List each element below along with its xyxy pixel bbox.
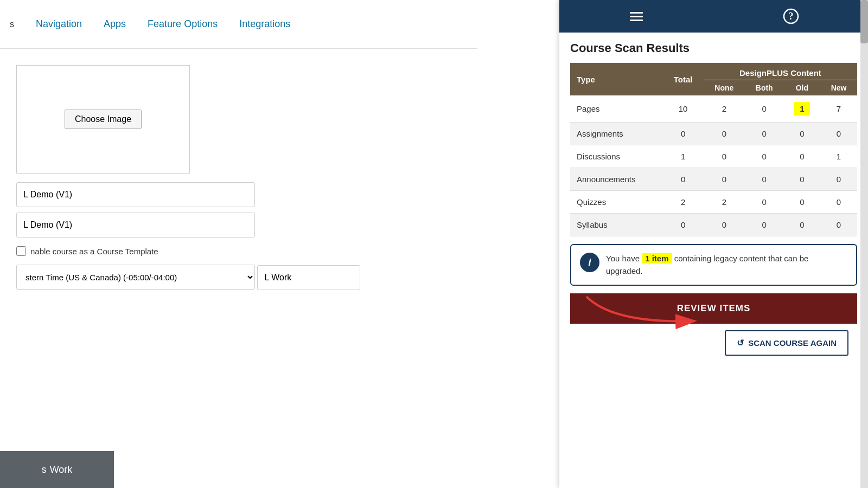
row-total-cell: 0 (662, 168, 704, 191)
nav-item-s[interactable]: s (5, 0, 25, 49)
col-header-type: Type (570, 63, 662, 95)
info-highlight: 1 item (642, 253, 672, 264)
row-type-cell: Discussions (570, 145, 662, 168)
table-row: Syllabus00000 (570, 214, 857, 236)
work-label-bar: s Work (0, 451, 114, 488)
table-row: Announcements00000 (570, 168, 857, 191)
table-row: Discussions10001 (570, 145, 857, 168)
refresh-icon: ↺ (737, 338, 744, 348)
nav-item-navigation[interactable]: Navigation (25, 0, 93, 49)
col-sub-new: New (820, 80, 857, 96)
scan-results-container: Course Scan Results Type Total DesignPLU… (559, 33, 868, 488)
row-old-cell: 0 (784, 191, 820, 214)
top-nav: s Navigation Apps Feature Options Integr… (0, 0, 477, 49)
row-new-cell: 1 (820, 145, 857, 168)
row-both-cell: 0 (745, 123, 784, 145)
row-none-cell: 2 (704, 95, 745, 123)
scrollbar-thumb[interactable] (860, 0, 868, 43)
col-sub-none: None (704, 80, 745, 96)
row-old-cell: 0 (784, 168, 820, 191)
scan-results-title: Course Scan Results (570, 41, 857, 55)
menu-icon (628, 8, 645, 25)
nav-item-feature-options[interactable]: Feature Options (137, 0, 228, 49)
col-header-dp: DesignPLUS Content (704, 63, 857, 80)
panel-menu-icon-btn[interactable] (559, 0, 714, 33)
row-old-cell: 1 (784, 95, 820, 123)
left-panel: s Navigation Apps Feature Options Integr… (0, 0, 477, 488)
row-none-cell: 2 (704, 191, 745, 214)
template-checkbox-label: nable course as a Course Template (30, 247, 158, 256)
row-new-cell: 0 (820, 191, 857, 214)
row-none-cell: 0 (704, 168, 745, 191)
table-row: Quizzes22000 (570, 191, 857, 214)
row-both-cell: 0 (745, 95, 784, 123)
svg-text:?: ? (788, 11, 793, 22)
row-type-cell: Quizzes (570, 191, 662, 214)
row-type-cell: Announcements (570, 168, 662, 191)
info-text: You have 1 item containing legacy conten… (606, 253, 847, 277)
course-name-input-1[interactable] (16, 182, 255, 207)
table-row: Pages102017 (570, 95, 857, 123)
nav-item-integrations[interactable]: Integrations (228, 0, 301, 49)
row-none-cell: 0 (704, 214, 745, 236)
short-text-input[interactable] (257, 265, 360, 290)
row-both-cell: 0 (745, 145, 784, 168)
row-none-cell: 0 (704, 123, 745, 145)
row-old-cell: 0 (784, 123, 820, 145)
row-total-cell: 10 (662, 95, 704, 123)
svg-rect-2 (630, 20, 643, 21)
row-old-cell: 0 (784, 214, 820, 236)
template-checkbox[interactable] (16, 246, 26, 256)
svg-rect-1 (630, 16, 643, 17)
row-type-cell: Assignments (570, 123, 662, 145)
svg-rect-0 (630, 12, 643, 14)
content-area: Choose Image nable course as a Course Te… (0, 49, 477, 306)
image-upload-box: Choose Image (16, 65, 190, 174)
row-both-cell: 0 (745, 191, 784, 214)
col-sub-both: Both (745, 80, 784, 96)
template-checkbox-row: nable course as a Course Template (16, 246, 461, 256)
row-new-cell: 7 (820, 95, 857, 123)
info-box: i You have 1 item containing legacy cont… (570, 244, 857, 286)
row-new-cell: 0 (820, 214, 857, 236)
row-type-cell: Syllabus (570, 214, 662, 236)
help-icon: ? (782, 8, 800, 25)
row-total-cell: 0 (662, 214, 704, 236)
row-both-cell: 0 (745, 214, 784, 236)
table-row: Assignments00000 (570, 123, 857, 145)
row-total-cell: 1 (662, 145, 704, 168)
row-new-cell: 0 (820, 123, 857, 145)
right-panel: ? Course Scan Results Type Total DesignP… (559, 0, 868, 488)
row-none-cell: 0 (704, 145, 745, 168)
row-total-cell: 2 (662, 191, 704, 214)
panel-top-icons: ? (559, 0, 868, 33)
col-sub-old: Old (784, 80, 820, 96)
nav-item-apps[interactable]: Apps (93, 0, 137, 49)
work-label: s (42, 464, 47, 476)
timezone-select[interactable]: stern Time (US & Canada) (-05:00/-04:00) (16, 265, 255, 290)
scan-again-row: ↺ SCAN COURSE AGAIN (570, 324, 857, 362)
review-items-button[interactable]: REVIEW ITEMS (570, 293, 857, 324)
row-total-cell: 0 (662, 123, 704, 145)
row-both-cell: 0 (745, 168, 784, 191)
panel-help-icon-btn[interactable]: ? (714, 0, 869, 33)
course-name-input-2[interactable] (16, 213, 255, 237)
row-new-cell: 0 (820, 168, 857, 191)
scan-course-again-button[interactable]: ↺ SCAN COURSE AGAIN (725, 330, 848, 356)
row-old-cell: 0 (784, 145, 820, 168)
row-type-cell: Pages (570, 95, 662, 123)
info-prefix: You have (606, 254, 642, 263)
choose-image-button[interactable]: Choose Image (65, 110, 142, 129)
info-icon: i (580, 253, 599, 272)
scan-results-table: Type Total DesignPLUS Content None Both … (570, 63, 857, 236)
scrollbar-track[interactable] (860, 0, 868, 488)
col-header-total: Total (662, 63, 704, 95)
